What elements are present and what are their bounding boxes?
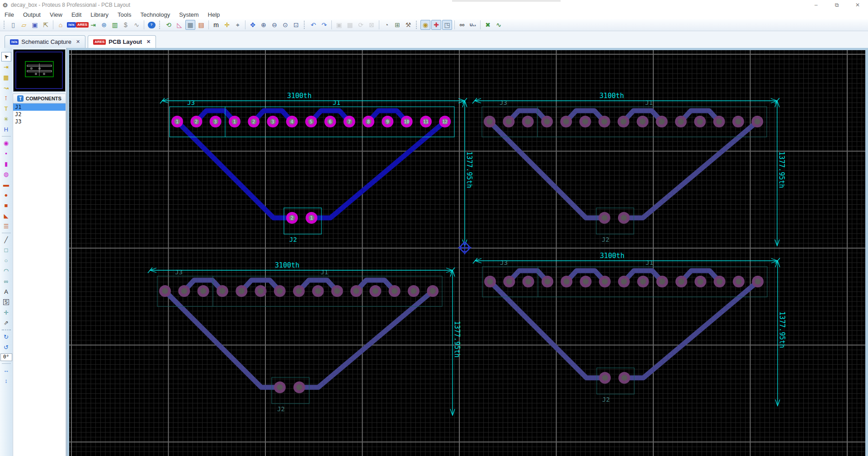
set-square-icon[interactable]: ◺: [175, 20, 184, 30]
save-icon[interactable]: ▣: [30, 20, 40, 30]
graphics-symbol-icon[interactable]: S: [1, 297, 11, 307]
graphics-line-icon[interactable]: ╱: [1, 235, 11, 244]
selection-mode-icon[interactable]: ➤: [1, 52, 11, 61]
graphics-box-icon[interactable]: □: [1, 245, 11, 255]
components-icon: T: [17, 95, 24, 102]
pcb-canvas[interactable]: J3J1J2123123456789101112213100th1377.95t…: [69, 50, 865, 456]
make-package-icon[interactable]: ⊞: [392, 20, 402, 30]
tab-schematic-capture-label: Schematic Capture: [21, 38, 71, 45]
pan-icon[interactable]: ✥: [248, 20, 258, 30]
block-rotate-icon[interactable]: ⟳: [356, 20, 366, 30]
web-globe-icon[interactable]: ⊛: [99, 20, 109, 30]
graphics-text-icon[interactable]: A: [1, 287, 11, 296]
block-move-icon[interactable]: ▦: [345, 20, 355, 30]
new-file-icon[interactable]: ▯: [8, 20, 18, 30]
menu-edit[interactable]: Edit: [67, 11, 86, 18]
board-bottom-right[interactable]: J3J1J23100th1377.95th: [473, 252, 786, 406]
menu-technology[interactable]: Technology: [136, 11, 175, 18]
pad-smt-roundrect-icon[interactable]: ▬: [1, 180, 11, 189]
zoom-area-icon[interactable]: ⊡: [291, 20, 301, 30]
design-statistics-icon[interactable]: ∿: [494, 20, 504, 30]
redo-icon[interactable]: ↷: [319, 20, 329, 30]
flip-horizontal-icon[interactable]: ↔: [1, 366, 11, 375]
zoom-out-icon[interactable]: ⊖: [269, 20, 279, 30]
tools-config-icon[interactable]: ⚒: [403, 20, 413, 30]
pick-parts-icon[interactable]: ◔: [382, 20, 392, 30]
padstack-icon[interactable]: ☰: [1, 221, 11, 231]
menu-help[interactable]: Help: [203, 11, 225, 18]
origin-set-icon[interactable]: ✛: [222, 20, 232, 30]
zoom-in-icon[interactable]: ⊕: [259, 20, 269, 30]
undo-icon[interactable]: ↶: [308, 20, 318, 30]
goto-component-icon[interactable]: U₁₂: [468, 20, 478, 30]
junction-mode-icon[interactable]: ✳: [1, 114, 11, 124]
import-design-icon[interactable]: ⇥: [88, 20, 98, 30]
menu-system[interactable]: System: [175, 11, 203, 18]
tab-pcb-layout-close-icon[interactable]: ✕: [146, 39, 151, 45]
tab-pcb-layout[interactable]: ARESPCB Layout✕: [88, 35, 156, 48]
ratsnest-route-icon[interactable]: ✖: [483, 20, 493, 30]
ares-pcb-icon[interactable]: ARES: [77, 20, 87, 30]
trace-angle-lock-icon[interactable]: ◉: [420, 20, 430, 30]
graphics-path-icon[interactable]: ∞: [1, 277, 11, 286]
home-icon[interactable]: ⌂: [56, 20, 66, 30]
graphics-arc-icon[interactable]: ◠: [1, 266, 11, 276]
rotation-angle-field[interactable]: 0°: [0, 353, 12, 361]
bom-sheet-icon[interactable]: ▥: [110, 20, 120, 30]
restore-button[interactable]: ⧉: [826, 0, 847, 10]
open-folder-icon[interactable]: ▱: [19, 20, 29, 30]
design-overview[interactable]: [13, 49, 66, 92]
snap-pin-icon[interactable]: ✚: [431, 20, 441, 30]
package-mode-icon[interactable]: ▦: [1, 73, 11, 82]
metric-toggle-icon[interactable]: m: [211, 20, 221, 30]
cursor-coords-icon[interactable]: ⌖: [233, 20, 243, 30]
grid-toggle-icon[interactable]: ▦: [185, 20, 195, 30]
component-row-j2[interactable]: J2: [13, 111, 66, 118]
tab-schematic-capture-close-icon[interactable]: ✕: [76, 39, 80, 45]
trace-mode-icon[interactable]: ↝: [1, 83, 11, 93]
pad-smt-polygon-icon[interactable]: ◣: [1, 211, 11, 221]
dimension-mode-icon[interactable]: ⇗: [1, 318, 11, 328]
pad-round-icon[interactable]: ◉: [1, 138, 11, 148]
graphics-marker-icon[interactable]: ✛: [1, 308, 11, 317]
rotate-clockwise-icon[interactable]: ↻: [1, 332, 11, 342]
block-copy-icon[interactable]: ▣: [334, 20, 344, 30]
menu-library[interactable]: Library: [86, 11, 113, 18]
zoom-full-icon[interactable]: ⊙: [280, 20, 290, 30]
pad-oval-icon[interactable]: ◍: [1, 169, 11, 179]
select-filter-icon[interactable]: ◳: [442, 20, 452, 30]
help-icon[interactable]: ?: [146, 20, 156, 30]
import-exit-icon[interactable]: ⇱: [41, 20, 51, 30]
menu-output[interactable]: Output: [19, 11, 45, 18]
flip-vertical-icon[interactable]: ↕: [1, 376, 11, 385]
tab-schematic-capture[interactable]: isisSchematic Capture✕: [5, 35, 85, 48]
block-delete-icon[interactable]: ⊠: [367, 20, 377, 30]
component-row-j3[interactable]: J3: [13, 118, 66, 125]
via-mode-icon[interactable]: ⊺: [1, 94, 11, 103]
svg-text:3: 3: [271, 119, 274, 125]
pad-square-icon[interactable]: ▪: [1, 149, 11, 158]
component-row-j1[interactable]: J1: [13, 103, 66, 111]
menu-tools[interactable]: Tools: [113, 11, 136, 18]
design-meter-icon[interactable]: ∿: [132, 20, 142, 30]
layer-display-icon[interactable]: ▤: [196, 20, 206, 30]
ratsnest-mode-icon[interactable]: H: [1, 125, 11, 134]
menu-view[interactable]: View: [45, 11, 67, 18]
top-strip: [452, 0, 561, 2]
rotate-anticlockwise-icon[interactable]: ↺: [1, 343, 11, 352]
minimize-button[interactable]: –: [806, 0, 826, 10]
board-bottom-left[interactable]: J3J1J23100th1377.95th: [148, 261, 461, 415]
close-button[interactable]: ✕: [847, 0, 868, 10]
menu-file[interactable]: File: [0, 11, 19, 18]
pad-smt-circle-icon[interactable]: ●: [1, 190, 11, 200]
pad-dil-icon[interactable]: ▮: [1, 159, 11, 169]
component-mode-icon[interactable]: ⇥: [1, 62, 11, 72]
find-component-icon[interactable]: oo: [457, 20, 467, 30]
svg-text:1377.95th: 1377.95th: [778, 311, 786, 348]
pad-smt-square-icon[interactable]: ■: [1, 201, 11, 210]
text-mode-icon[interactable]: T: [1, 104, 11, 113]
bill-of-materials-icon[interactable]: $: [121, 20, 131, 30]
graphics-circle-icon[interactable]: ○: [1, 256, 11, 265]
redraw-icon[interactable]: ⟲: [164, 20, 174, 30]
isis-schematic-icon[interactable]: isis: [66, 20, 76, 30]
